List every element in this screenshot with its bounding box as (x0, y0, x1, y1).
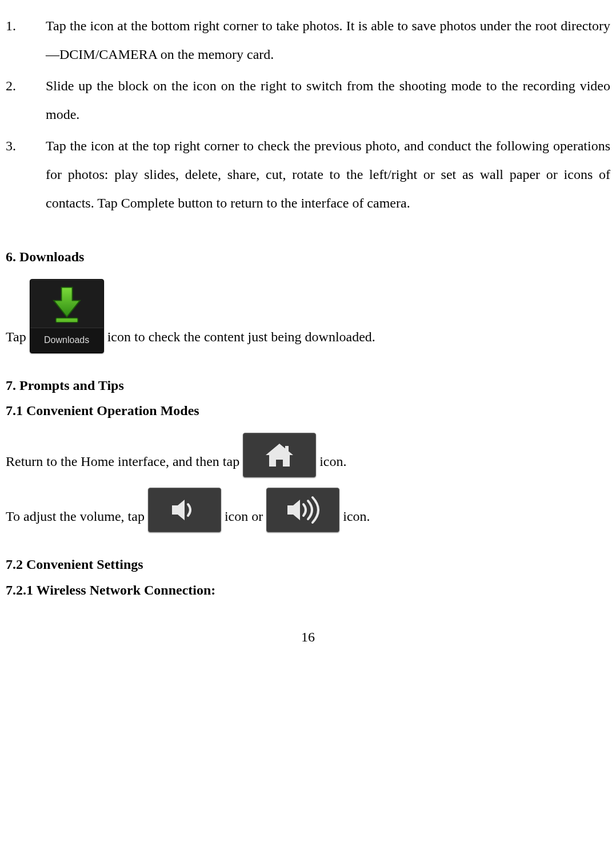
svg-rect-0 (56, 318, 78, 322)
heading-prompts: 7. Prompts and Tips (6, 374, 610, 397)
page-number: 16 (6, 623, 610, 651)
heading-downloads: 6. Downloads (6, 245, 610, 269)
volume-up-icon (266, 488, 339, 532)
home-row: Return to the Home interface, and then t… (6, 433, 610, 477)
list-item: 3. Tap the icon at the top right corner … (6, 131, 610, 218)
list-text: Tap the icon at the bottom right corner … (46, 11, 610, 69)
text-home-pre: Return to the Home interface, and then t… (6, 453, 239, 477)
text-home-post: icon. (319, 453, 346, 477)
list-item: 1. Tap the icon at the bottom right corn… (6, 11, 610, 69)
list-text: Slide up the block on the icon on the ri… (46, 71, 610, 129)
downloads-icon: Downloads (30, 279, 104, 353)
subheading-convenient-settings: 7.2 Convenient Settings (6, 553, 610, 576)
downloads-icon-label: Downloads (30, 328, 103, 353)
volume-row: To adjust the volume, tap icon or icon. (6, 488, 610, 532)
text-post: icon to check the content just being dow… (107, 328, 375, 353)
text-vol-post: icon. (343, 508, 370, 532)
downloads-row: Tap Downloads icon to check the content … (6, 279, 610, 353)
list-number: 2. (6, 71, 46, 129)
text-vol-pre: To adjust the volume, tap (6, 508, 145, 532)
svg-rect-1 (285, 446, 289, 452)
list-number: 1. (6, 11, 46, 69)
list-item: 2. Slide up the block on the icon on the… (6, 71, 610, 129)
list-text: Tap the icon at the top right corner to … (46, 131, 610, 218)
subheading-wireless-network: 7.2.1 Wireless Network Connection: (6, 579, 610, 602)
camera-instructions-list: 1. Tap the icon at the bottom right corn… (6, 11, 610, 218)
subheading-operation-modes: 7.1 Convenient Operation Modes (6, 399, 610, 422)
list-number: 3. (6, 131, 46, 218)
text-pre: Tap (6, 328, 26, 353)
home-icon (243, 433, 316, 477)
volume-down-icon (148, 488, 221, 532)
text-vol-mid: icon or (225, 508, 263, 532)
